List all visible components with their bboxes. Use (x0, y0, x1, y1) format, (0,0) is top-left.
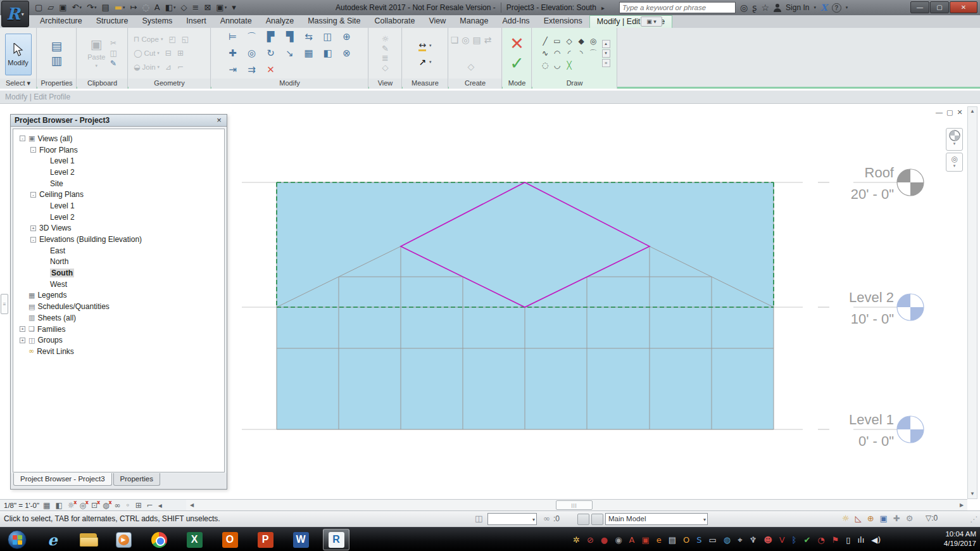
taskbar-outlook-button[interactable]: O (217, 529, 243, 550)
subscription-icon[interactable]: ʂ (752, 3, 757, 13)
settings-icon[interactable]: ⚙ (906, 514, 914, 523)
scroll-down-icon[interactable]: ▼ (968, 490, 977, 498)
chevron-down-icon[interactable]: ▾ (953, 163, 956, 168)
tree-item-schedules-quantities[interactable]: ▤Schedules/Quantities (13, 301, 224, 312)
taskbar-start-button[interactable] (4, 529, 30, 550)
detail-level-icon[interactable]: ▦ (43, 501, 50, 510)
editable-only-icon[interactable]: ☼ (842, 514, 850, 523)
title-overflow-icon[interactable]: ▸ (601, 4, 605, 11)
crop-view-icon[interactable]: ⊡x (91, 501, 97, 510)
modify-tool-icon[interactable]: ⊗ (342, 49, 351, 58)
draw-tool-icon[interactable]: ◠ (554, 49, 560, 57)
geometry-extra-icon[interactable]: ◱ (182, 35, 189, 43)
tree-item-sheets-all-[interactable]: ▥Sheets (all) (13, 312, 224, 324)
tray-icon-17[interactable]: ᛒ (792, 536, 797, 544)
reveal-hidden-elements-icon[interactable]: ∞ (115, 501, 121, 510)
tray-icon-22[interactable]: ılı (857, 536, 864, 544)
tree-item-south[interactable]: South (13, 267, 224, 279)
tree-item-east[interactable]: East (13, 245, 224, 256)
view-tool-icon[interactable]: ◇ (382, 63, 389, 72)
qat-section-button[interactable]: ◇ (179, 3, 189, 13)
taskbar-powerpoint-button[interactable]: P (252, 529, 279, 550)
qat-tag-by-category-button[interactable]: ◌ (140, 3, 151, 13)
ribbon-tab-systems[interactable]: Systems (135, 15, 179, 28)
qat-print-button[interactable]: ▤ (99, 3, 111, 13)
draw-tool-icon[interactable]: ◎ (590, 37, 596, 45)
tree-item-north[interactable]: North (13, 256, 224, 268)
horizontal-scroll-thumb[interactable]: ||| (556, 500, 593, 510)
view-tool-icon[interactable]: ✎ (382, 44, 389, 53)
qat-customize-qat-button[interactable]: ▾ (230, 3, 238, 13)
modify-tool-icon[interactable]: ↻ (267, 49, 275, 58)
exchange-apps-icon[interactable]: X (820, 3, 827, 13)
taskbar-revit-button[interactable]: R (323, 529, 349, 550)
reveal-constraints-icon[interactable]: ⌐ (147, 501, 153, 510)
modify-tool-icon[interactable]: ▜ (286, 32, 294, 42)
editing-requests-icon[interactable]: ∞ (543, 514, 550, 523)
tray-icon-3[interactable]: ● (601, 536, 608, 544)
chevron-down-icon[interactable]: ▾ (123, 5, 125, 10)
match-properties-icon[interactable]: ✎ (110, 60, 116, 67)
panel-label-properties[interactable]: Properties (37, 79, 76, 89)
create-tool-icon[interactable]: ◇ (468, 62, 475, 71)
collapse-icon[interactable]: - (20, 136, 25, 141)
modify-tool-icon[interactable]: ⊕ (342, 32, 351, 42)
tree-item-views-all-[interactable]: -▣Views (all) (13, 133, 224, 144)
tree-item-families[interactable]: +❏Families (13, 324, 224, 335)
measure-tool[interactable]: ↔▾ (418, 41, 431, 51)
panel-label-modify[interactable]: Modify (211, 79, 368, 89)
chevron-down-icon[interactable]: ▾ (429, 43, 432, 48)
drawing-area[interactable]: Roof20' - 0"Level 210' - 0"Level 10' - 0… (0, 104, 980, 510)
panel-label-draw[interactable]: Draw (532, 79, 617, 89)
geometry-extra-icon[interactable]: ⊟ (165, 49, 172, 57)
geometry-tool-cut[interactable]: ◯Cut▾⊟⊞ (134, 48, 184, 59)
draw-tool-icon[interactable]: ╳ (567, 61, 571, 69)
show-crop-region-icon[interactable]: ◍x (103, 501, 109, 510)
panel-label-geometry[interactable]: Geometry (129, 79, 210, 89)
tree-item-level-2[interactable]: Level 2 (13, 212, 224, 223)
tree-item-groups[interactable]: +◫Groups (13, 334, 224, 346)
geometry-extra-icon[interactable]: ⊞ (177, 49, 184, 57)
panel-label-clipboard[interactable]: Clipboard (77, 79, 127, 89)
paste-button[interactable]: ▣ Paste ▾ (87, 38, 105, 68)
scroll-up-icon[interactable]: ▲ (968, 107, 977, 116)
chevron-down-icon[interactable]: ▾ (429, 60, 432, 65)
tray-icon-11[interactable]: ▭ (709, 536, 717, 544)
view-tool-icon[interactable]: ≣ (382, 54, 389, 62)
create-tool-icon[interactable]: ▤ (472, 35, 481, 44)
draw-tool-icon[interactable]: ◝ (580, 49, 583, 57)
view-tool-icon[interactable]: ☼ (382, 35, 389, 43)
sign-in-caret-icon[interactable]: ▾ (814, 5, 816, 10)
tray-icon-20[interactable]: ⚑ (832, 536, 839, 544)
qat-aligned-dimension-button[interactable]: ↦ (129, 3, 139, 13)
shadows-icon[interactable]: ◎x (80, 501, 86, 510)
selection-filter[interactable]: ▽:0 (926, 514, 938, 522)
expand-icon[interactable]: + (20, 326, 25, 332)
ribbon-tab-analyze[interactable]: Analyze (259, 15, 301, 28)
worksharing-display-icon[interactable]: ⊞ (135, 501, 142, 510)
chevron-down-icon[interactable]: ▾ (225, 5, 227, 10)
qat-measure-button[interactable]: ▬▾ (113, 3, 127, 13)
tray-icon-21[interactable]: ▯ (846, 536, 850, 544)
modify-tool-icon[interactable]: ▛ (267, 32, 275, 42)
taskbar-file-explorer-button[interactable] (75, 529, 101, 550)
chevron-down-icon[interactable]: ▾ (953, 141, 956, 146)
tree-item-3d-views[interactable]: +3D Views (13, 223, 224, 234)
tree-item-level-1[interactable]: Level 1 (13, 200, 224, 212)
finish-edit-mode-button[interactable]: ✓ (510, 54, 524, 72)
search-icon[interactable]: ◎ (740, 3, 748, 13)
favorites-star-icon[interactable]: ☆ (762, 3, 770, 13)
tray-icon-23[interactable]: ◀) (871, 536, 881, 544)
panel-label-create[interactable]: Create (449, 79, 501, 89)
measure-tool[interactable]: ↗▾ (418, 58, 431, 66)
qat-thin-lines-button[interactable]: ≡ (191, 3, 201, 13)
ribbon-tab-view[interactable]: View (422, 15, 453, 28)
draw-tool-icon[interactable]: ∿ (542, 49, 548, 57)
panel-label-measure[interactable]: Measure (403, 79, 448, 89)
panel-label-view[interactable]: View (369, 79, 401, 89)
copy-icon[interactable]: ◫ (110, 49, 116, 57)
tray-icon-19[interactable]: ◔ (817, 536, 824, 544)
qat-default-3d-view-button[interactable]: ◧▾ (163, 3, 178, 13)
qat-redo-button[interactable]: ↷▾ (85, 3, 98, 13)
close-icon[interactable]: × (214, 115, 224, 125)
